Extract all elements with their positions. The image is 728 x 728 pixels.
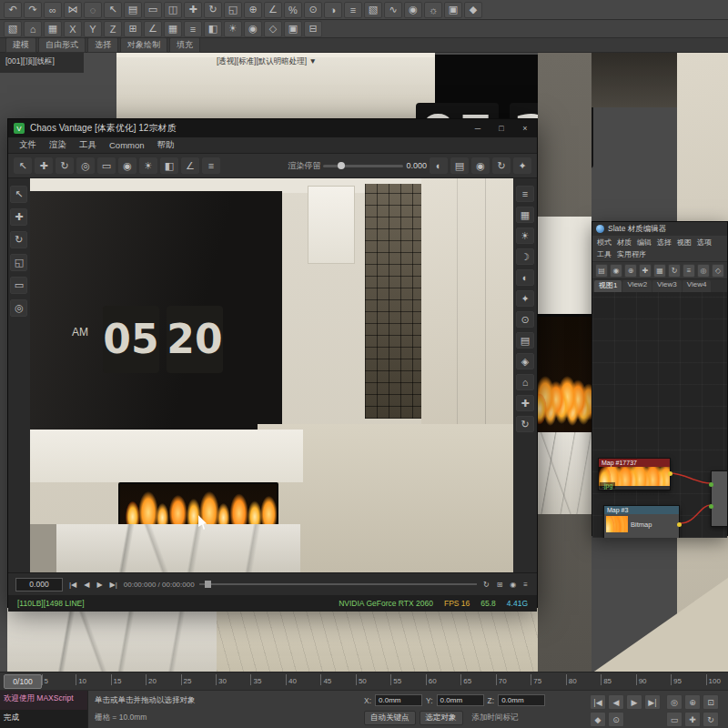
render-pause-value[interactable]: 0.000 [406,161,427,170]
dof-icon[interactable]: ⊙ [516,311,534,328]
slate-menu-item[interactable]: 模式 [594,237,614,248]
options-icon[interactable]: ◇ [712,264,724,278]
denoise-icon[interactable]: ◐ [430,157,448,174]
bind-spacewarp-icon[interactable]: ◌ [84,2,102,18]
layer-manager-icon[interactable]: ▧ [4,21,22,37]
select-object-icon[interactable]: ↖ [104,2,122,18]
update-preview-icon[interactable]: ↻ [668,264,681,278]
teapot-render-icon[interactable]: ▣ [284,21,302,37]
listener-line-2[interactable]: 完成 [0,710,87,728]
scene-tree-icon[interactable]: ≡ [516,186,534,202]
move-icon[interactable]: ✚ [184,2,202,18]
viewport-label-center[interactable]: [透视][标准][默认明暗处理] ▼ [217,56,317,67]
angle-icon[interactable]: ∠ [144,21,162,37]
vantage-menu-item[interactable]: 文件 [14,138,42,152]
exposure-icon[interactable]: ◐ [516,269,534,286]
pan-icon[interactable]: ✚ [35,157,53,174]
next-frame-button[interactable]: ▶| [108,581,119,589]
select-icon[interactable]: ↖ [14,157,32,174]
playback-slider[interactable] [199,583,477,585]
crossing-icon[interactable]: ◫ [164,2,182,18]
frame-spinner[interactable]: 0.000 [15,578,63,592]
select-link-icon[interactable]: ∞ [44,2,62,18]
key-mode-button[interactable]: ◆ [590,712,606,727]
camera-icon[interactable]: ◉ [118,157,136,174]
frame-region-icon[interactable]: ▭ [97,157,116,174]
spinner-snap-icon[interactable]: ⊙ [304,2,322,18]
vantage-menu-item[interactable]: 帮助 [152,138,180,152]
selection-set-icon[interactable]: ▦ [44,21,62,37]
refresh-icon[interactable]: ↻ [492,157,511,174]
tab-view2[interactable]: View2 [622,280,652,292]
node-graph-canvas[interactable]: Map #17737 .jpg Map #3 Bitmap [592,292,727,538]
loop-icon[interactable]: ↻ [481,581,491,589]
viewport-layout-icon[interactable]: ◧ [204,21,222,37]
first-frame-button[interactable]: |◀ [67,581,78,589]
moon-icon[interactable]: ☽ [516,248,534,265]
grid-icon[interactable]: ⊞ [495,581,505,589]
listener-line-1[interactable]: 欢迎使用 MAXScript [0,691,87,710]
layout-icon[interactable]: ≡ [682,264,695,278]
layers-icon[interactable]: ▤ [450,157,469,174]
orbit-icon[interactable]: ↻ [703,712,719,727]
star-icon[interactable]: ✦ [513,157,531,174]
play-button[interactable]: ▶ [95,581,104,589]
snap-icon[interactable]: ∠ [264,2,282,18]
timeline[interactable]: 0/100 0510152025303540455055606570758085… [0,672,728,691]
tab-view1[interactable]: 视图1 [594,280,622,292]
prev-key-button[interactable]: ◀ [608,694,624,710]
slate-menu-item[interactable]: 视图 [674,237,694,248]
slate-menu-item[interactable]: 选择 [654,237,674,248]
scene-explorer-icon[interactable]: ▧ [364,2,382,18]
list-icon[interactable]: ▤ [516,332,534,349]
grid-icon[interactable]: ▦ [653,264,666,278]
scale-icon[interactable]: ◱ [10,254,27,271]
undo-icon[interactable]: ↶ [4,2,22,18]
maxscript-mini-listener[interactable]: 欢迎使用 MAXScript 完成 [0,691,88,728]
output-socket[interactable] [668,471,672,476]
sparkle-icon[interactable]: ✦ [516,290,534,307]
grid-icon[interactable]: ⊞ [124,21,142,37]
time-config-button[interactable]: ⊙ [608,712,624,727]
orbit-icon[interactable]: ↻ [56,157,74,174]
pick-material-icon[interactable]: ⊕ [624,264,637,278]
mirror-icon[interactable]: ◑ [324,2,342,18]
helper-icon[interactable]: ◇ [264,21,282,37]
ribbon-tab[interactable]: 填充 [169,37,200,53]
slate-menu-item[interactable]: 工具 [594,248,614,260]
redo-icon[interactable]: ↷ [24,2,42,18]
coord-x-field[interactable]: 0.0mm [375,694,422,706]
zoom-icon[interactable]: ◎ [76,157,95,174]
go-start-button[interactable]: |◀ [590,694,606,710]
ribbon-tab[interactable]: 对象绘制 [120,37,167,53]
rect-region-icon[interactable]: ▭ [144,2,162,18]
coord-y-field[interactable]: 0.0mm [437,694,484,706]
unlink-icon[interactable]: ⋈ [64,2,82,18]
capture-icon[interactable]: ◉ [508,581,518,589]
close-button[interactable]: × [513,119,537,137]
go-end-button[interactable]: ▶| [644,694,661,710]
slider-handle[interactable] [338,162,345,169]
zoom-icon[interactable]: ◎ [666,694,682,710]
scale-icon[interactable]: ◱ [224,2,242,18]
viewport-label-left[interactable]: [001][顶][线框] [5,56,55,67]
reset-icon[interactable]: ↻ [516,416,534,432]
curve-editor-icon[interactable]: ∿ [384,2,402,18]
rotate-icon[interactable]: ↻ [10,231,27,248]
material-ball-icon[interactable]: ◉ [610,264,622,278]
coord-z-field[interactable]: 0.0mm [498,694,545,706]
material-node-partial[interactable] [711,470,727,527]
zoom-icon[interactable]: ◎ [697,264,710,278]
axis-y-icon[interactable]: Y [84,21,102,37]
ribbon-tab[interactable]: 自由形式 [38,37,86,53]
play-animation-button[interactable]: ▶ [626,694,642,710]
sun-icon[interactable]: ☀ [139,157,157,174]
axis-z-icon[interactable]: Z [104,21,122,37]
home-icon[interactable]: ⌂ [516,374,534,390]
camera-icon[interactable]: ◉ [244,21,262,37]
tab-view4[interactable]: View4 [682,280,712,292]
render-frame-icon[interactable]: ▣ [444,2,462,18]
slate-titlebar[interactable]: Slate 材质编辑器 [592,222,727,236]
zoom-region-icon[interactable]: ▭ [666,712,682,727]
array-icon[interactable]: ▦ [164,21,182,37]
